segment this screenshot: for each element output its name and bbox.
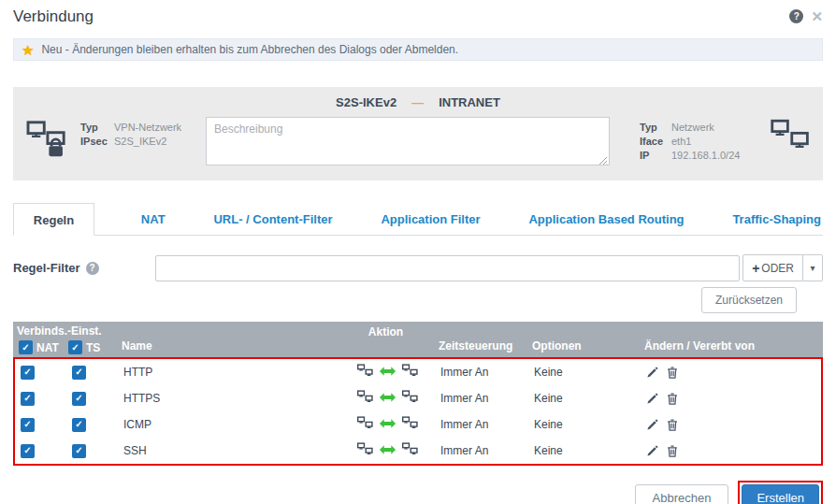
- ts-checkbox[interactable]: ✓: [72, 418, 86, 432]
- iface-value: eth1: [671, 135, 691, 149]
- cancel-button[interactable]: Abbrechen: [635, 484, 729, 504]
- nat-checkbox[interactable]: ✓: [21, 418, 35, 432]
- nat-checkbox[interactable]: ✓: [21, 444, 35, 458]
- ipsec-value: S2S_IKEv2: [114, 135, 166, 149]
- rule-name: SSH: [120, 444, 339, 457]
- reset-row: Zurücksetzen: [13, 287, 797, 313]
- header-name: Name: [118, 339, 337, 357]
- header-nat-label: NAT: [36, 341, 59, 354]
- edit-icon[interactable]: [646, 419, 658, 431]
- rule-action: [339, 442, 437, 459]
- header-optionen: Optionen: [528, 339, 641, 357]
- rule-modify: [642, 393, 821, 405]
- destination-network-icon: [402, 390, 418, 407]
- bidirectional-arrow-icon: [379, 418, 396, 432]
- rule-zeitsteuerung: Immer An: [437, 366, 530, 379]
- rule-zeitsteuerung: Immer An: [437, 392, 530, 405]
- ip-value: 192.168.1.0/24: [671, 149, 740, 163]
- oder-button-label: ODER: [761, 262, 794, 275]
- close-icon[interactable]: ✕: [811, 9, 823, 23]
- create-button[interactable]: Erstellen: [742, 484, 819, 504]
- rule-filter-label: Regel-Filter ?: [13, 261, 155, 275]
- header-verbinds-label: Verbinds.-Einst.: [17, 324, 118, 338]
- header-verbinds-group: Verbinds.-Einst. ✓ NAT ✓ TS: [13, 322, 118, 357]
- rule-zeitsteuerung: Immer An: [437, 444, 530, 457]
- table-row: ✓ ✓ HTTP Immer An Keine: [15, 359, 821, 385]
- reset-button[interactable]: Zurücksetzen: [701, 287, 797, 313]
- typ-value: Netzwerk: [671, 121, 714, 135]
- header-ts-label: TS: [86, 341, 100, 354]
- connection-body: TypVPN-Netzwerk IPsecS2S_IKEv2 TypNetzwe…: [26, 117, 810, 169]
- edit-icon[interactable]: [646, 393, 658, 405]
- connection-destination-name: INTRANET: [439, 95, 500, 109]
- rule-optionen: Keine: [530, 418, 642, 431]
- iface-label: Iface: [640, 135, 671, 149]
- tab-application-based-routing[interactable]: Application Based Routing: [526, 203, 685, 235]
- rule-name: HTTPS: [120, 392, 339, 405]
- rule-name: ICMP: [120, 418, 339, 431]
- rule-action: [339, 364, 437, 381]
- page-title: Verbindung: [13, 7, 94, 26]
- table-row: ✓ ✓ ICMP Immer An Keine: [15, 411, 821, 438]
- connection-panel: S2S-IKEv2—INTRANET TypVPN-Netzwerk: [13, 87, 823, 180]
- rules-table-header: Verbinds.-Einst. ✓ NAT ✓ TS Name Aktion …: [13, 322, 823, 357]
- rule-optionen: Keine: [530, 366, 642, 379]
- tab-url-content-filter[interactable]: URL- / Content-Filter: [211, 203, 334, 235]
- nat-checkbox[interactable]: ✓: [21, 392, 35, 406]
- ts-checkbox[interactable]: ✓: [72, 444, 86, 458]
- ts-checkbox[interactable]: ✓: [72, 366, 86, 380]
- plus-icon: +: [752, 261, 759, 276]
- edit-icon[interactable]: [646, 445, 658, 457]
- select-all-nat-checkbox[interactable]: ✓: [19, 340, 33, 354]
- rule-name: HTTP: [120, 366, 339, 379]
- delete-icon[interactable]: [667, 393, 678, 405]
- description-textarea[interactable]: [206, 117, 610, 166]
- ip-label: IP: [640, 149, 671, 163]
- delete-icon[interactable]: [667, 419, 678, 431]
- rule-modify: [642, 367, 821, 379]
- select-all-ts-checkbox[interactable]: ✓: [68, 340, 82, 354]
- rule-filter-row: Regel-Filter ? +ODER ▾: [13, 254, 823, 281]
- destination-network-icon: [402, 416, 418, 433]
- tab-regeln[interactable]: Regeln: [13, 203, 94, 236]
- delete-icon[interactable]: [667, 367, 678, 379]
- oder-button-group: +ODER ▾: [742, 254, 823, 281]
- rule-filter-help-icon[interactable]: ?: [86, 262, 99, 275]
- bidirectional-arrow-icon: [379, 366, 396, 380]
- help-icon[interactable]: ?: [789, 9, 803, 23]
- table-row: ✓ ✓ HTTPS Immer An Keine: [15, 385, 821, 411]
- rule-action: [339, 390, 437, 407]
- delete-icon[interactable]: [667, 445, 678, 457]
- description-field-wrap: [206, 117, 610, 169]
- tab-application-filter[interactable]: Application Filter: [379, 203, 482, 235]
- header-aendern: Ändern / Vererbt von: [641, 339, 823, 357]
- rule-optionen: Keine: [530, 392, 642, 405]
- notice-text: Neu - Änderungen bleiben erhalten bis zu…: [41, 43, 458, 56]
- nat-checkbox[interactable]: ✓: [21, 366, 35, 380]
- dialog-verbindung: Verbindung ? ✕ ★ Neu - Änderungen bleibe…: [0, 0, 836, 504]
- rule-optionen: Keine: [530, 444, 642, 457]
- ts-checkbox[interactable]: ✓: [72, 392, 86, 406]
- add-oder-button[interactable]: +ODER: [742, 254, 803, 281]
- bidirectional-arrow-icon: [379, 392, 396, 406]
- connection-title: S2S-IKEv2—INTRANET: [26, 95, 810, 109]
- rules-table: Verbinds.-Einst. ✓ NAT ✓ TS Name Aktion …: [13, 322, 823, 466]
- typ-label: Typ: [640, 121, 671, 135]
- connection-source-name: S2S-IKEv2: [336, 95, 396, 109]
- source-network-icon: [357, 416, 373, 433]
- rule-zeitsteuerung: Immer An: [437, 418, 530, 431]
- rule-modify: [642, 419, 821, 431]
- dialog-header: Verbindung ? ✕: [13, 7, 823, 34]
- connection-separator: —: [411, 95, 424, 109]
- rule-filter-label-text: Regel-Filter: [13, 261, 80, 275]
- header-zeitsteuerung: Zeitsteuerung: [435, 339, 528, 357]
- oder-dropdown-button[interactable]: ▾: [803, 254, 823, 281]
- typ-value: VPN-Netzwerk: [114, 121, 181, 135]
- dialog-footer: Abbrechen Erstellen: [13, 481, 823, 504]
- edit-icon[interactable]: [646, 367, 658, 379]
- tab-nat[interactable]: NAT: [139, 203, 167, 235]
- source-network-icon: [357, 442, 373, 459]
- tab-traffic-shaping[interactable]: Traffic-Shaping: [730, 203, 823, 235]
- rule-filter-input[interactable]: [155, 255, 740, 281]
- source-network-icon: [357, 364, 373, 381]
